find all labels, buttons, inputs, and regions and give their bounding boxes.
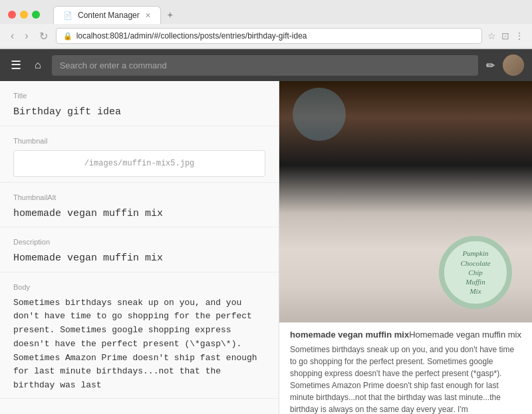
muffin-label-line2: Chocolate <box>460 259 490 268</box>
description-value[interactable]: Homemade vegan muffin mix <box>13 251 265 266</box>
main-content: Title Birthday gift idea Thumbnail /imag… <box>0 81 532 414</box>
description-field-group: Description Homemade vegan muffin mix <box>0 227 279 272</box>
title-bar: 📄 Content Manager ✕ + <box>0 0 532 24</box>
body-field-group: Body Sometimes birthdays sneak up on you… <box>0 272 279 399</box>
muffin-label-line5: Mix <box>469 286 481 296</box>
address-bar[interactable]: 🔒 localhost:8081/admin/#/collections/pos… <box>56 28 482 44</box>
caption-body: Sometimes birthdays sneak up on you, and… <box>290 344 521 414</box>
body-value[interactable]: Sometimes birthdays sneak up on you, and… <box>13 296 265 393</box>
muffin-label-line3: Chip <box>468 268 482 277</box>
browser-chrome: 📄 Content Manager ✕ + ‹ › ↻ 🔒 localhost:… <box>0 0 532 49</box>
thumbnail-alt-value[interactable]: homemade vegan muffin mix <box>13 207 265 222</box>
right-panel-image: Pumpkin Chocolate Chip Muffin Mix <box>279 81 532 322</box>
tab-favicon: 📄 <box>63 11 72 20</box>
minimize-button[interactable] <box>20 11 28 19</box>
tab-close-button[interactable]: ✕ <box>145 11 151 20</box>
title-field-group: Title Birthday gift idea <box>0 81 279 126</box>
new-tab-button[interactable]: + <box>161 5 180 24</box>
avatar <box>503 54 524 76</box>
thumbnail-path: /images/muffin-mix5.jpg <box>84 159 195 168</box>
maximize-button[interactable] <box>32 11 40 19</box>
app-toolbar: ☰ ⌂ ✏ <box>0 49 532 81</box>
hamburger-button[interactable]: ☰ <box>8 55 24 75</box>
caption-header: homemade vegan muffin mixHomemade vegan … <box>290 330 521 340</box>
thumbnail-input[interactable]: /images/muffin-mix5.jpg <box>13 150 265 177</box>
right-panel-caption: homemade vegan muffin mixHomemade vegan … <box>279 322 532 414</box>
nav-icons: ☆ ⊡ ⋮ <box>487 31 524 41</box>
edit-button[interactable]: ✏ <box>486 59 495 72</box>
title-label: Title <box>13 92 265 100</box>
back-button[interactable]: ‹ <box>8 29 17 43</box>
address-text: localhost:8081/admin/#/collections/posts… <box>76 31 475 41</box>
menu-icon[interactable]: ⋮ <box>515 31 524 41</box>
muffin-label-line4: Muffin <box>466 277 485 286</box>
thumbnail-alt-field-group: ThumbnailAlt homemade vegan muffin mix <box>0 183 279 228</box>
nav-bar: ‹ › ↻ 🔒 localhost:8081/admin/#/collectio… <box>0 24 532 49</box>
left-panel: Title Birthday gift idea Thumbnail /imag… <box>0 81 279 414</box>
muffin-label: Pumpkin Chocolate Chip Muffin Mix <box>439 236 512 309</box>
thumbnail-field-group: Thumbnail /images/muffin-mix5.jpg <box>0 126 279 183</box>
refresh-button[interactable]: ↻ <box>37 29 51 44</box>
title-value[interactable]: Birthday gift idea <box>13 105 265 120</box>
muffin-label-line1: Pumpkin <box>462 249 488 258</box>
preview-image: Pumpkin Chocolate Chip Muffin Mix <box>279 81 532 322</box>
page-wrapper: 📄 Content Manager ✕ + ‹ › ↻ 🔒 localhost:… <box>0 0 532 414</box>
secure-icon: 🔒 <box>63 32 72 41</box>
avatar-image <box>503 54 524 76</box>
caption-subtitle: Homemade vegan muffin mix <box>409 330 521 340</box>
right-panel: Pumpkin Chocolate Chip Muffin Mix homema… <box>279 81 532 414</box>
description-label: Description <box>13 238 265 246</box>
home-button[interactable]: ⌂ <box>32 56 44 74</box>
traffic-lights <box>8 11 40 19</box>
forward-button[interactable]: › <box>22 29 31 43</box>
close-button[interactable] <box>8 11 16 19</box>
thumbnail-label: Thumbnail <box>13 137 265 145</box>
caption-title: homemade vegan muffin mix <box>290 330 409 340</box>
extensions-icon[interactable]: ⊡ <box>501 31 509 41</box>
tab-title: Content Manager <box>78 11 140 20</box>
browser-tab[interactable]: 📄 Content Manager ✕ <box>53 6 161 24</box>
tab-bar: 📄 Content Manager ✕ + <box>53 5 180 24</box>
body-label: Body <box>13 283 265 291</box>
search-input[interactable] <box>52 55 478 76</box>
bookmark-icon[interactable]: ☆ <box>487 31 496 41</box>
thumbnail-alt-label: ThumbnailAlt <box>13 193 265 201</box>
